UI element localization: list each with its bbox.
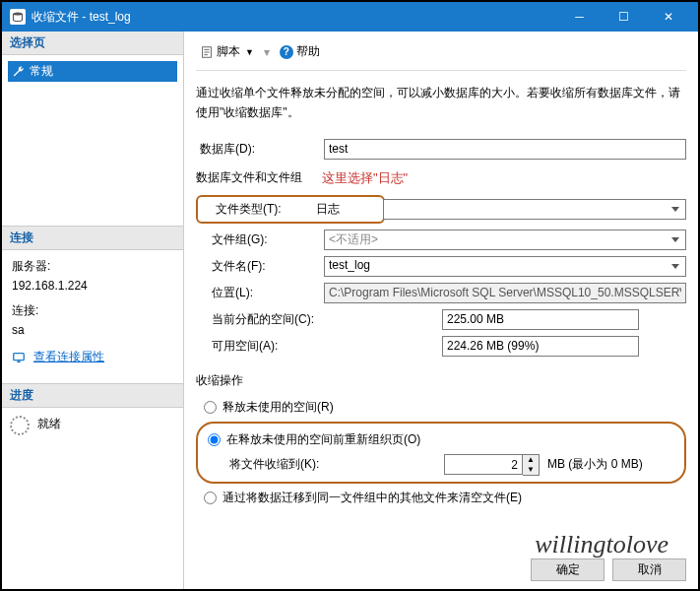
help-button[interactable]: ? 帮助 (276, 41, 324, 62)
filegroup-section-title: 数据库文件和文件组 (196, 169, 302, 186)
database-icon (10, 9, 26, 25)
maximize-button[interactable]: ☐ (602, 2, 646, 32)
script-icon (200, 45, 214, 59)
shrink-to-label: 将文件收缩到(K): (229, 456, 436, 473)
database-label: 数据库(D): (196, 141, 324, 158)
filetype-label: 文件类型(T): (200, 201, 312, 218)
help-icon: ? (280, 45, 293, 59)
window-controls: ─ ☐ ✕ (557, 2, 690, 32)
toolbar-separator: ▾ (264, 45, 270, 59)
server-value: 192.168.1.224 (8, 277, 177, 295)
spinner-icon (10, 416, 30, 435)
shrink-section-title: 收缩操作 (196, 372, 686, 389)
sidebar-item-general[interactable]: 常规 (8, 61, 177, 82)
reorganize-label: 在释放未使用的空间前重新组织页(O) (226, 431, 420, 448)
svg-point-0 (14, 13, 23, 16)
sidebar-header-progress: 进度 (2, 383, 183, 408)
close-button[interactable]: ✕ (646, 2, 690, 32)
connection-icon (12, 351, 26, 364)
release-space-label: 释放未使用的空间(R) (223, 399, 334, 416)
sidebar: 选择页 常规 连接 服务器: 192.168.1.224 连接: sa 查看连接… (2, 32, 184, 589)
available-label: 可用空间(A): (196, 338, 442, 355)
allocated-label: 当前分配的空间(C): (196, 311, 442, 328)
reorganize-radio[interactable] (208, 433, 221, 446)
script-button[interactable]: 脚本 ▼ (196, 41, 258, 62)
filetype-value: 日志 (312, 199, 381, 220)
release-space-radio[interactable] (204, 401, 217, 414)
main-panel: 脚本 ▼ ▾ ? 帮助 通过收缩单个文件释放未分配的空间，可以减小数据库的大小。… (184, 32, 698, 589)
filename-label: 文件名(F): (196, 258, 324, 275)
filetype-select[interactable] (383, 199, 686, 220)
server-label: 服务器: (8, 256, 177, 277)
available-value: 224.26 MB (99%) (442, 336, 639, 357)
view-connection-props-link[interactable]: 查看连接属性 (30, 349, 104, 365)
migrate-radio[interactable] (204, 492, 217, 504)
ok-button[interactable]: 确定 (531, 558, 605, 581)
content: 选择页 常规 连接 服务器: 192.168.1.224 连接: sa 查看连接… (2, 32, 698, 589)
database-input[interactable] (324, 139, 686, 160)
spin-down-button[interactable]: ▼ (523, 465, 539, 475)
sidebar-header-select: 选择页 (2, 32, 183, 55)
filegroup-label: 文件组(G): (196, 231, 324, 248)
watermark: willingtolove (535, 530, 668, 559)
minimize-button[interactable]: ─ (557, 2, 602, 32)
footer: 确定 取消 (531, 558, 686, 581)
conn-label: 连接: (8, 300, 177, 321)
cancel-button[interactable]: 取消 (612, 558, 686, 581)
toolbar: 脚本 ▼ ▾ ? 帮助 (196, 39, 686, 71)
wrench-icon (12, 65, 26, 79)
shrink-to-input[interactable] (444, 454, 523, 475)
shrink-unit-label: MB (最小为 0 MB) (547, 456, 643, 473)
sidebar-header-connection: 连接 (2, 226, 183, 250)
location-input[interactable] (324, 283, 686, 303)
shrink-to-spinner[interactable]: ▲ ▼ (444, 454, 540, 476)
window: 收缩文件 - test_log ─ ☐ ✕ 选择页 常规 连接 服务器: 192… (0, 0, 700, 591)
location-label: 位置(L): (196, 285, 324, 301)
filegroup-select[interactable]: <不适用> (324, 230, 686, 250)
chevron-down-icon: ▼ (245, 47, 254, 57)
annotation-text: 这里选择"日志" (322, 169, 408, 187)
spin-up-button[interactable]: ▲ (523, 455, 539, 465)
window-title: 收缩文件 - test_log (32, 9, 557, 26)
progress-status: 就绪 (37, 416, 61, 432)
sidebar-item-label: 常规 (30, 63, 53, 80)
script-label: 脚本 (217, 43, 240, 60)
help-label: 帮助 (296, 43, 320, 60)
conn-value: sa (8, 321, 177, 339)
titlebar: 收缩文件 - test_log ─ ☐ ✕ (2, 2, 698, 32)
allocated-value: 225.00 MB (442, 309, 639, 330)
filename-select[interactable]: test_log (324, 256, 686, 277)
svg-rect-1 (14, 353, 25, 360)
migrate-label: 通过将数据迁移到同一文件组中的其他文件来清空文件(E) (223, 490, 522, 506)
reorganize-group-highlight: 在释放未使用的空间前重新组织页(O) 将文件收缩到(K): ▲ ▼ MB (最小… (196, 422, 686, 484)
description-text: 通过收缩单个文件释放未分配的空间，可以减小数据库的大小。若要收缩所有数据库文件，… (196, 71, 686, 139)
